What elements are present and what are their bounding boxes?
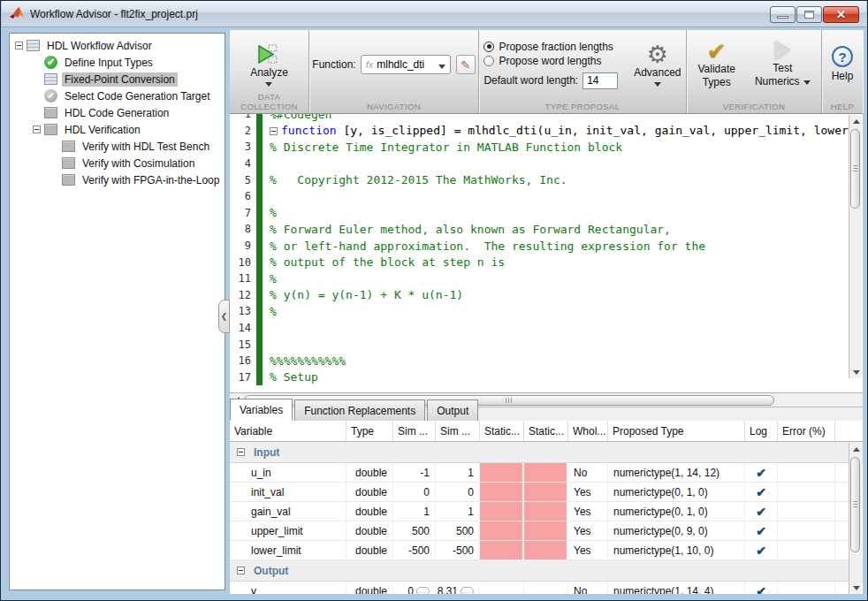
cell-sim-min: 1 — [393, 502, 436, 521]
cell-sim-max: 318.31... — [436, 582, 480, 594]
group-collapse-icon[interactable] — [237, 567, 245, 574]
tree-item-verify-with-fpga-in-the-loop[interactable]: Verify with FPGA-in-the-Loop — [10, 171, 225, 188]
table-vscroll-thumb[interactable] — [850, 457, 860, 552]
column-header[interactable]: Log — [745, 421, 778, 441]
analyze-button[interactable]: Analyze — [250, 43, 288, 87]
close-icon: ✕ — [836, 9, 846, 20]
section-caption: TYPE PROPOSAL — [479, 102, 686, 111]
line-number: 4 — [230, 157, 256, 170]
tree-item-verify-with-hdl-test-bench[interactable]: Verify with HDL Test Bench — [10, 138, 225, 155]
table-row[interactable]: ydouble0...318.31...Nonumerictype(1, 14,… — [230, 582, 863, 594]
table-vertical-scrollbar[interactable] — [849, 443, 862, 594]
column-header[interactable]: Sim ... — [393, 421, 436, 441]
propose-word-radio[interactable]: Propose word lengths — [483, 55, 618, 67]
editor-vscroll-thumb[interactable] — [850, 129, 860, 209]
table-row[interactable]: upper_limitdouble500500Yesnumerictype(0,… — [230, 521, 863, 541]
radio-unselected-icon — [483, 56, 494, 66]
group-row-input[interactable]: Input — [230, 442, 863, 463]
test-numerics-button[interactable]: Test Numerics — [755, 41, 811, 88]
tree-item-hdl-verification[interactable]: HDL Verification — [10, 121, 225, 138]
coverage-bar — [256, 114, 263, 123]
advanced-button[interactable]: ⚙ Advanced — [634, 43, 681, 87]
maximize-button[interactable] — [796, 6, 822, 23]
column-header[interactable]: Whol... — [568, 421, 608, 441]
group-collapse-icon[interactable] — [237, 448, 245, 456]
advanced-label: Advanced — [634, 66, 681, 79]
table-row[interactable]: lower_limitdouble-500-500Yesnumerictype(… — [230, 541, 863, 560]
minimize-button[interactable] — [770, 6, 796, 23]
ellipsis-badge[interactable]: ... — [461, 587, 474, 595]
scroll-down-icon[interactable] — [849, 366, 863, 378]
log-check-icon[interactable]: ✔ — [756, 466, 766, 480]
tab-variables[interactable]: Variables — [230, 399, 293, 421]
log-check-icon[interactable]: ✔ — [756, 485, 766, 499]
column-header[interactable]: Proposed Type — [608, 421, 745, 441]
column-header[interactable]: Static... — [480, 421, 524, 441]
help-label: Help — [832, 70, 854, 83]
analyze-icon — [255, 43, 282, 66]
scroll-up-icon[interactable] — [849, 443, 863, 455]
code-editor[interactable]: 1%#codegen2function [y, is_clipped] = ml… — [230, 114, 863, 393]
log-check-icon[interactable]: ✔ — [756, 524, 766, 538]
gold-check-icon: ✔ — [707, 40, 727, 63]
code-line: 2function [y, is_clipped] = mlhdlc_dti(u… — [230, 123, 863, 140]
variables-table: VariableTypeSim ...Sim ...Static...Stati… — [230, 421, 863, 594]
cell-log: ✔ — [745, 463, 778, 482]
group-label: Output — [254, 565, 288, 577]
cell-static-min — [480, 541, 524, 559]
table-row[interactable]: gain_valdouble11Yesnumerictype(0, 1, 0)✔ — [230, 502, 863, 521]
code-text: % output of the block at step n is — [263, 255, 505, 269]
editor-vertical-scrollbar[interactable] — [849, 115, 862, 378]
column-header[interactable]: Static... — [524, 421, 568, 441]
tree-expander-icon[interactable] — [15, 42, 23, 49]
cell-variable: upper_limit — [230, 521, 346, 540]
panel-collapse-handle[interactable]: ❮ — [218, 300, 230, 333]
column-header[interactable]: Variable — [230, 421, 346, 441]
line-number: 12 — [230, 289, 256, 301]
tree-item-hdl-code-generation[interactable]: HDL Code Generation — [10, 104, 225, 121]
tab-function-replacements[interactable]: Function Replacements — [294, 399, 425, 421]
tree-item-define-input-types[interactable]: ✔Define Input Types — [10, 54, 225, 71]
coverage-bar — [256, 238, 263, 255]
column-header[interactable]: Sim ... — [436, 421, 480, 441]
cell-static-min — [480, 483, 524, 501]
box-icon — [62, 174, 75, 186]
log-check-icon[interactable]: ✔ — [756, 584, 766, 595]
code-fold-icon[interactable] — [270, 127, 278, 135]
tree-expander-icon[interactable] — [33, 126, 41, 133]
title-bar[interactable]: Workflow Advisor - flt2fix_project.prj ✕ — [2, 1, 866, 27]
cell-log: ✔ — [745, 502, 778, 521]
scroll-down-icon[interactable] — [849, 582, 863, 594]
table-row[interactable]: init_valdouble00Yesnumerictype(0, 1, 0)✔ — [230, 483, 863, 502]
tree-item-fixed-point-conversion[interactable]: Fixed-Point Conversion — [10, 71, 225, 87]
cell-whole-number: Yes — [568, 483, 608, 501]
scroll-up-icon[interactable] — [849, 115, 863, 127]
column-header[interactable]: Error (%) — [778, 421, 835, 441]
section-caption: HELP — [822, 102, 863, 111]
section-type-proposal: Propose fraction lengths Propose word le… — [479, 30, 687, 113]
tree-item-verify-with-cosimulation[interactable]: Verify with Cosimulation — [10, 155, 225, 171]
tab-output[interactable]: Output — [427, 399, 478, 421]
group-row-output[interactable]: Output — [230, 560, 863, 582]
cell-variable: y — [230, 582, 346, 594]
column-header[interactable]: Type — [346, 421, 393, 441]
log-check-icon[interactable]: ✔ — [756, 544, 766, 558]
cell-proposed-type: numerictype(0, 1, 0) — [608, 483, 745, 501]
group-label: Input — [254, 446, 279, 459]
function-combobox[interactable]: fx mlhdlc_dti — [361, 55, 451, 74]
tree-item-hdl-workflow-advisor[interactable]: HDL Workflow Advisor — [10, 37, 225, 54]
coverage-bar — [256, 139, 263, 156]
validate-types-button[interactable]: ✔ Validate Types — [697, 40, 735, 89]
propose-fraction-radio[interactable]: Propose fraction lengths — [483, 41, 618, 53]
help-button[interactable]: ? Help — [832, 46, 854, 83]
table-row[interactable]: u_indouble-11Nonumerictype(1, 14, 12)✔ — [230, 463, 863, 483]
log-check-icon[interactable]: ✔ — [756, 505, 766, 519]
default-word-length-input[interactable] — [582, 72, 618, 89]
edit-function-button[interactable]: ✎ — [456, 55, 476, 74]
close-button[interactable]: ✕ — [823, 6, 859, 23]
maximize-icon — [804, 11, 814, 19]
cell-whole-number: Yes — [568, 502, 608, 521]
ellipsis-badge[interactable]: ... — [416, 587, 430, 595]
tree-item-select-code-generation-target[interactable]: ✔Select Code Generation Target — [10, 87, 225, 104]
code-line: 13% — [230, 303, 863, 320]
